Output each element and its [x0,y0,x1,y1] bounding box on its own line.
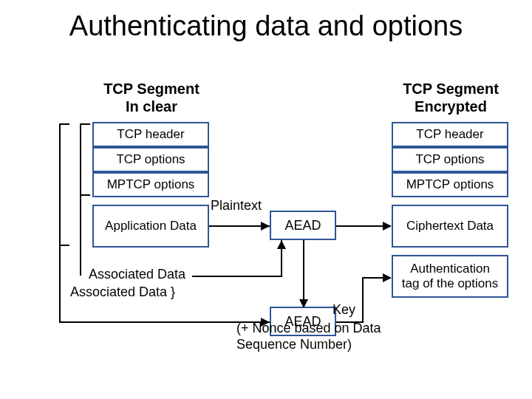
arrow-aead-to-authtag-h2 [362,277,383,279]
right-auth-line2: tag of the options [402,276,498,290]
label-key-word: Key [332,301,362,318]
right-title-line1: TCP Segment [403,81,499,97]
arrowhead-appdata-to-aead [261,222,270,231]
label-key-line2: (+ Nonce based on Data [236,321,381,335]
right-row-ciphertext: Ciphertext Data [392,205,508,248]
left-row-tcp-header: TCP header [92,122,209,147]
left-row-app-data: Application Data [92,205,209,248]
left-title-line1: TCP Segment [103,81,200,97]
bracket-assoc-left [80,123,81,196]
slide: Authenticating data and options TCP Segm… [0,0,532,399]
page-title: Authenticating data and options [0,10,532,42]
right-row-tcp-options: TCP options [392,147,508,172]
left-row-mptcp-options: MPTCP options [92,172,209,197]
line-assoc2-v [59,246,61,321]
line-assoc1-v [80,196,81,276]
right-row-auth-tag: Authentication tag of the options [392,255,508,298]
right-title-line2: Encrypted [415,98,487,115]
arrow-aead-to-ciphertext [336,225,383,227]
bracket-assoc-farleft [59,123,61,246]
label-key: x (+ Nonce based on Data Sequence Number… [236,303,406,353]
arrowhead-aead-to-authtag [383,273,392,282]
line-assoc1-h [192,276,281,277]
label-associated-data-2-brace: } [171,284,175,299]
aead-box-top: AEAD [270,211,336,240]
right-auth-line1: Authentication [410,262,490,276]
right-row-mptcp-options: MPTCP options [392,172,508,197]
left-title-line2: In clear [126,98,177,115]
label-associated-data-2: Associated Data } [70,284,175,301]
label-associated-data-1: Associated Data [89,266,185,283]
label-associated-data-2-text: Associated Data [70,284,167,299]
label-plaintext: Plaintext [211,198,262,214]
arrowhead-assoc1-up [277,240,286,249]
right-row-tcp-header: TCP header [392,122,508,147]
arrowhead-aead-to-ciphertext [383,222,392,231]
left-row-tcp-options: TCP options [92,147,209,172]
right-segment-title: TCP Segment Encrypted [384,80,517,115]
label-key-line3: Sequence Number) [236,337,352,352]
left-segment-title: TCP Segment In clear [85,80,218,115]
line-aead-top-to-bottom [303,240,304,307]
